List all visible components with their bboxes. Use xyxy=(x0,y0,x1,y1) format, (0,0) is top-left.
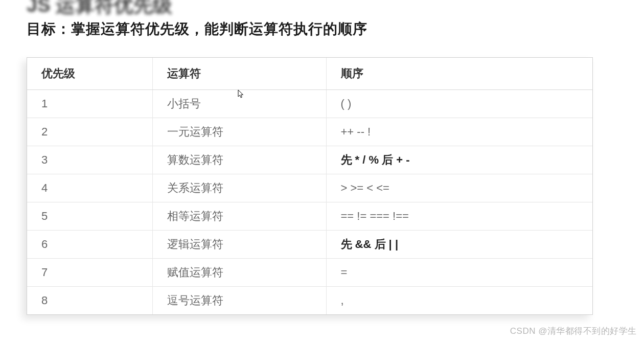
cell-priority: 2 xyxy=(27,118,152,146)
table-header-row: 优先级 运算符 顺序 xyxy=(27,58,592,90)
cell-operator: 逻辑运算符 xyxy=(152,231,326,259)
cell-order: = xyxy=(326,259,592,287)
col-header-priority: 优先级 xyxy=(27,58,152,90)
cell-order: 先 && 后 | | xyxy=(326,231,592,259)
cell-order: ( ) xyxy=(326,90,592,118)
cell-operator: 算数运算符 xyxy=(152,146,326,174)
cell-priority: 5 xyxy=(27,202,152,231)
table-row: 5相等运算符== != === !== xyxy=(27,202,592,231)
table-row: 6逻辑运算符先 && 后 | | xyxy=(27,231,592,259)
table-row: 1小括号 ( ) xyxy=(27,90,592,118)
cell-operator: 小括号 xyxy=(152,90,326,118)
col-header-operator: 运算符 xyxy=(152,58,326,90)
cell-priority: 8 xyxy=(27,287,152,315)
cell-order: ++ -- ! xyxy=(326,118,592,146)
cell-order: , xyxy=(326,287,592,315)
cell-operator: 逗号运算符 xyxy=(152,287,326,315)
cell-priority: 1 xyxy=(27,90,152,118)
table-row: 8逗号运算符, xyxy=(27,287,592,315)
cell-order: 先 * / % 后 + - xyxy=(326,146,592,174)
table-row: 3算数运算符先 * / % 后 + - xyxy=(27,146,592,174)
cell-priority: 3 xyxy=(27,146,152,174)
watermark: CSDN @清华都得不到的好学生 xyxy=(510,325,637,337)
col-header-order: 顺序 xyxy=(326,58,592,90)
cell-priority: 6 xyxy=(27,231,152,259)
cell-priority: 7 xyxy=(27,259,152,287)
cell-operator: 相等运算符 xyxy=(152,202,326,231)
cell-order: == != === !== xyxy=(326,202,592,231)
cell-operator: 赋值运算符 xyxy=(152,259,326,287)
precedence-table: 优先级 运算符 顺序 1小括号 ( )2一元运算符++ -- !3算数运算符先 … xyxy=(27,58,592,314)
cell-order: > >= < <= xyxy=(326,174,592,202)
table-row: 4关系运算符> >= < <= xyxy=(27,174,592,202)
page-title: JS 运算符优先级 xyxy=(27,0,172,18)
table-row: 7赋值运算符= xyxy=(27,259,592,287)
cell-operator: 一元运算符 xyxy=(152,118,326,146)
cell-operator: 关系运算符 xyxy=(152,174,326,202)
goal-text: 目标：掌握运算符优先级，能判断运算符执行的顺序 xyxy=(27,19,367,39)
table-row: 2一元运算符++ -- ! xyxy=(27,118,592,146)
cell-priority: 4 xyxy=(27,174,152,202)
precedence-table-card: 优先级 运算符 顺序 1小括号 ( )2一元运算符++ -- !3算数运算符先 … xyxy=(27,57,593,315)
